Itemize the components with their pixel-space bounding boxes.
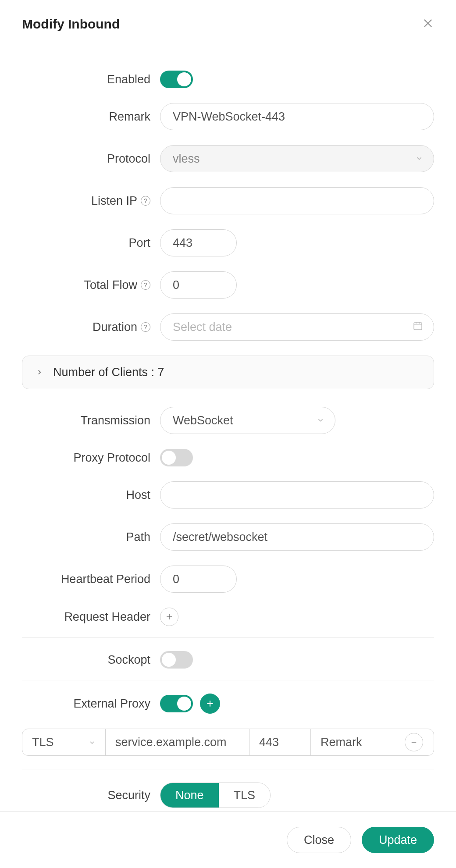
security-label: Security: [22, 789, 160, 802]
modify-inbound-modal: Modify Inbound Enabled Remark Protocol v…: [0, 0, 456, 868]
listen-ip-label: Listen IP: [91, 194, 137, 208]
port-input[interactable]: [160, 229, 237, 256]
modal-title: Modify Inbound: [22, 17, 120, 32]
proxy-protocol-toggle[interactable]: [160, 449, 193, 466]
total-flow-label: Total Flow: [84, 278, 137, 292]
host-input[interactable]: [160, 481, 434, 509]
request-header-label: Request Header: [22, 610, 160, 624]
divider: [22, 769, 434, 769]
duration-label: Duration: [93, 320, 137, 334]
update-button[interactable]: Update: [362, 827, 434, 853]
sockopt-label: Sockopt: [22, 653, 160, 667]
add-external-proxy-button[interactable]: [200, 694, 220, 714]
divider: [22, 637, 434, 638]
proxy-protocol-label: Proxy Protocol: [22, 451, 160, 465]
clients-collapse[interactable]: Number of Clients : 7: [22, 356, 434, 389]
duration-date-input[interactable]: Select date: [160, 313, 434, 341]
heartbeat-label: Heartbeat Period: [22, 573, 160, 586]
add-request-header-button[interactable]: [160, 608, 178, 626]
security-none-option[interactable]: None: [160, 783, 219, 808]
host-label: Host: [22, 488, 160, 502]
transmission-label: Transmission: [22, 414, 160, 427]
transmission-value: WebSocket: [173, 414, 233, 427]
enabled-toggle[interactable]: [160, 71, 193, 88]
external-proxy-mode: TLS: [32, 736, 54, 749]
security-segmented: None TLS: [160, 783, 271, 808]
calendar-icon: [413, 320, 423, 334]
external-proxy-delete[interactable]: [394, 729, 434, 755]
protocol-select[interactable]: vless: [160, 145, 434, 172]
security-tls-option[interactable]: TLS: [219, 783, 271, 808]
minus-icon: [405, 733, 423, 751]
external-proxy-row: TLS service.example.com 443 Remark: [22, 729, 434, 756]
external-proxy-toggle[interactable]: [160, 695, 193, 712]
chevron-right-icon: [36, 366, 43, 379]
modal-header: Modify Inbound: [0, 0, 456, 44]
listen-ip-input[interactable]: [160, 187, 434, 214]
external-proxy-port[interactable]: 443: [249, 729, 311, 755]
external-proxy-host[interactable]: service.example.com: [106, 729, 249, 755]
external-proxy-mode-select[interactable]: TLS: [22, 729, 106, 755]
path-input[interactable]: [160, 523, 434, 551]
chevron-down-icon: [317, 414, 324, 427]
remark-input[interactable]: [160, 103, 434, 130]
clients-count-label: Number of Clients : 7: [53, 366, 164, 379]
close-icon[interactable]: [422, 17, 434, 32]
port-label: Port: [22, 236, 160, 250]
modal-body: Enabled Remark Protocol vless: [0, 44, 456, 811]
sockopt-toggle[interactable]: [160, 651, 193, 669]
help-icon[interactable]: ?: [141, 196, 150, 206]
divider: [22, 680, 434, 680]
external-proxy-remark[interactable]: Remark: [311, 729, 394, 755]
svg-rect-2: [414, 323, 422, 330]
remark-label: Remark: [22, 110, 160, 124]
modal-footer: Close Update: [0, 811, 456, 868]
help-icon[interactable]: ?: [141, 322, 150, 332]
chevron-down-icon: [415, 152, 423, 166]
duration-placeholder: Select date: [173, 320, 232, 334]
help-icon[interactable]: ?: [141, 280, 150, 290]
external-proxy-label: External Proxy: [22, 697, 160, 711]
chevron-down-icon: [89, 736, 96, 749]
heartbeat-input[interactable]: [160, 566, 237, 593]
protocol-value: vless: [173, 152, 200, 166]
close-button[interactable]: Close: [287, 827, 351, 853]
total-flow-input[interactable]: [160, 271, 237, 299]
enabled-label: Enabled: [22, 73, 160, 86]
protocol-label: Protocol: [22, 152, 160, 166]
path-label: Path: [22, 530, 160, 544]
transmission-select[interactable]: WebSocket: [160, 407, 335, 434]
